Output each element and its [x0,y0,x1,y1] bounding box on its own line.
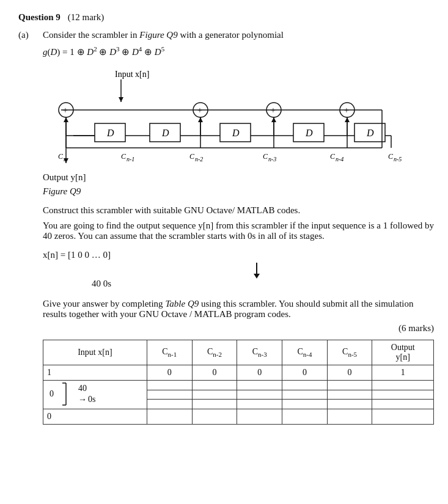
zeros-label: 0s [88,395,95,404]
cn2-empty [192,381,237,390]
diagram-svg: Input x[n] + + [49,68,428,166]
output-empty2 [372,390,434,400]
svg-text:n-2: n-2 [195,156,203,163]
arrow-line [256,263,257,274]
part-content: Consider the scrambler in Figure Q9 with… [43,30,434,425]
zero-val: 0 [50,389,54,399]
cn1-last [147,409,192,425]
col-cn4: Cn-4 [282,340,328,365]
figure-q9-ref: Figure Q9 [139,30,180,40]
svg-text:D: D [366,128,374,138]
svg-text:D: D [106,128,114,138]
input-val-1: 1 [43,365,147,381]
scrambler-diagram: Input x[n] + + [49,68,428,166]
question-marks: (12 mark) [68,12,105,23]
table-row: 1 0 0 0 0 0 1 [43,365,434,381]
svg-text:n-1: n-1 [127,156,134,163]
svg-text:+: + [344,106,349,115]
output-empty3 [372,400,434,409]
col-input-xn: Input x[n] [43,340,147,365]
output-val-1: 1 [372,365,434,381]
svg-text:C: C [58,152,64,161]
bracket-svg [57,382,75,406]
xn-equation: x[n] = [1 0 0 … 0] [43,250,434,260]
cn3-empty3 [237,400,282,409]
cn1-val-0: 0 [147,365,192,381]
intro-text: Consider the scrambler in [43,30,138,40]
col-cn1: Cn-1 [147,340,192,365]
forty-zeros: 40 0s [92,279,434,289]
figure-label: Figure Q9 [43,186,434,197]
cn3-empty2 [237,390,282,400]
x-array-row1: 0 40 → 0s [50,382,95,406]
input-label-text: Input x[n] [115,70,149,79]
cn5-empty [327,381,372,390]
col-cn3: Cn-3 [237,340,282,365]
construct-text: Construct this scrambler with suitable G… [43,205,434,216]
col-output-yn: Outputy[n] [372,340,434,365]
arrow-right-row: → 0s [78,395,95,404]
svg-text:+: + [197,106,202,115]
cn5-empty2 [327,390,372,400]
svg-text:C: C [189,152,195,161]
part-label: (a) [18,30,35,425]
xn-eq-text: x[n] = [1 0 0 … 0] [43,250,111,260]
svg-text:C: C [121,152,127,161]
col-cn2: Cn-2 [192,340,237,365]
svg-text:D: D [232,128,240,138]
intro-text2: with a generator polynomial [180,30,284,40]
input-zero-last: 0 [43,409,147,425]
cn2-val-0: 0 [192,365,237,381]
svg-text:D: D [305,128,313,138]
arrow-forty: 40 → 0s [78,384,95,404]
arrow-head [254,274,260,279]
cn4-empty [282,381,328,390]
cn2-empty3 [192,400,237,409]
cn5-last [327,409,372,425]
svg-marker-1 [119,97,123,102]
arrow-down [79,263,434,279]
arrow-right-icon: → [78,395,87,404]
cn4-empty3 [282,400,328,409]
cn1-empty [147,381,192,390]
svg-text:D: D [161,128,169,138]
svg-text:C: C [388,152,394,161]
intro-sentence: Consider the scrambler in Figure Q9 with… [43,30,434,40]
cn5-empty3 [327,400,372,409]
forty-label: 40 [78,384,95,393]
cn3-val-0: 0 [237,365,282,381]
col-cn5: Cn-5 [327,340,372,365]
cn2-last [192,409,237,425]
input-array-cell: 0 40 → 0s [43,381,147,409]
cn4-last [282,409,328,425]
question-header: Question 9 (12 mark) [18,12,430,23]
output-label: Output y[n] [43,172,434,183]
cn1-empty2 [147,390,192,400]
svg-text:C: C [330,152,336,161]
svg-text:C: C [263,152,268,161]
polynomial: g(D) = 1 ⊕ D2 ⊕ D3 ⊕ D4 ⊕ D5 [43,45,434,57]
table-row-last: 0 [43,409,434,425]
table-row: 0 40 → 0s [43,381,434,390]
marks-6: (6 marks) [43,323,434,334]
give-paragraph: Give your answer by completing Table Q9 … [43,299,434,320]
sequence-text: You are going to find the output sequenc… [43,221,434,241]
x-array-inner: 0 40 → 0s [47,382,142,406]
cn2-empty2 [192,390,237,400]
cn4-empty2 [282,390,328,400]
svg-text:n-3: n-3 [268,156,276,163]
cn1-empty3 [147,400,192,409]
output-empty [372,381,434,390]
cn3-last [237,409,282,425]
output-last [372,409,434,425]
svg-text:+: + [63,106,68,115]
table-q9: Input x[n] Cn-1 Cn-2 Cn-3 Cn-4 Cn-5 Outp… [43,340,434,425]
cn4-val-0: 0 [282,365,328,381]
table-header-row: Input x[n] Cn-1 Cn-2 Cn-3 Cn-4 Cn-5 Outp… [43,340,434,365]
cn3-empty [237,381,282,390]
part-a: (a) Consider the scrambler in Figure Q9 … [18,30,430,425]
svg-text:+: + [271,106,276,115]
svg-text:n-4: n-4 [336,156,343,163]
svg-text:n-5: n-5 [394,156,402,163]
question-number: Question 9 [18,12,61,23]
